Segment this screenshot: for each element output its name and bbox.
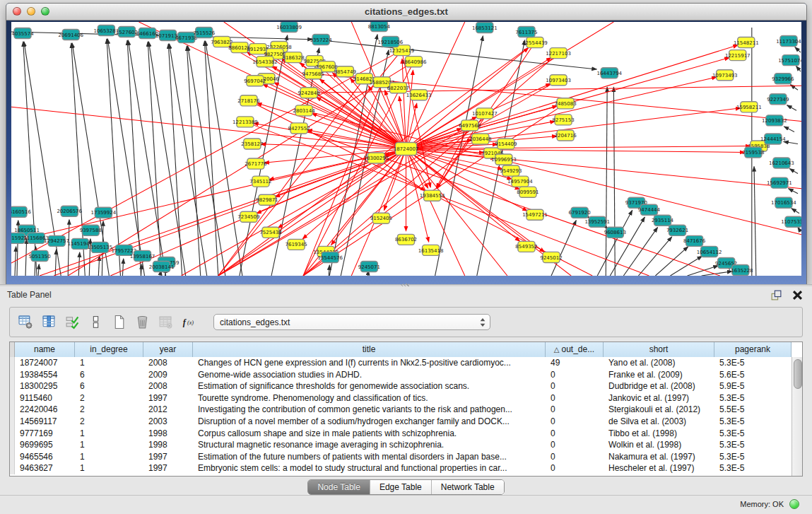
graph-node[interactable]: 8275153: [553, 115, 575, 125]
graph-node[interactable]: 19384554: [420, 190, 445, 201]
graph-node[interactable]: 7234509: [237, 211, 259, 222]
table-row[interactable]: 977716911998Corpus callosum shape and si…: [10, 428, 792, 440]
graph-edge[interactable]: [11, 50, 401, 263]
graph-edge[interactable]: [107, 39, 120, 276]
graph-edge[interactable]: [795, 47, 801, 53]
graph-edge[interactable]: [798, 227, 801, 231]
graph-node[interactable]: 9329966: [772, 74, 794, 84]
graph-edge[interactable]: [551, 221, 576, 276]
graph-edge[interactable]: [613, 87, 615, 276]
graph-node[interactable]: 6497568: [459, 120, 481, 131]
graph-node[interactable]: 13626433: [406, 90, 432, 100]
graph-node[interactable]: 9227349: [767, 94, 789, 105]
graph-node[interactable]: 16443794: [596, 68, 622, 78]
table-select-combobox[interactable]: citations_edges.txt: [213, 314, 490, 330]
graph-node[interactable]: 6791920: [569, 207, 591, 218]
graph-edge[interactable]: [148, 42, 161, 276]
graph-node[interactable]: 10107427: [472, 108, 498, 119]
graph-edge[interactable]: [754, 167, 756, 276]
graph-node[interactable]: 10973493: [712, 70, 738, 81]
scrollbar-thumb[interactable]: [794, 359, 802, 389]
graph-node[interactable]: 14957904: [507, 176, 533, 187]
table-row[interactable]: 946362711997Embryonic stem cells: a mode…: [10, 462, 792, 474]
graph-edge[interactable]: [68, 62, 413, 276]
graph-node[interactable]: 7932621: [666, 225, 688, 235]
column-header-title[interactable]: title: [193, 342, 546, 357]
delete-table-icon[interactable]: [134, 314, 151, 331]
graph-edge[interactable]: [623, 228, 657, 276]
graph-edge[interactable]: [206, 41, 242, 276]
graph-node[interactable]: 13505135: [88, 242, 113, 252]
graph-node[interactable]: 18724007: [394, 142, 419, 155]
graph-node[interactable]: 20691406: [58, 30, 83, 40]
graph-edge[interactable]: [98, 256, 99, 276]
graph-node[interactable]: 1527602: [116, 27, 138, 37]
graph-edge[interactable]: [610, 217, 645, 276]
graph-node[interactable]: 12942757: [44, 235, 69, 246]
graph-node[interactable]: 5051350: [29, 250, 51, 261]
graph-node[interactable]: 9154409: [495, 139, 517, 149]
column-header-name[interactable]: name: [15, 342, 75, 357]
graph-node[interactable]: 8636702: [395, 234, 417, 245]
graph-node[interactable]: 18300295: [364, 153, 389, 163]
graph-edge[interactable]: [789, 169, 798, 174]
graph-node[interactable]: 20206576: [57, 206, 82, 216]
graph-node[interactable]: 12217103: [546, 48, 571, 59]
graph-edge[interactable]: [245, 122, 649, 276]
graph-edge[interactable]: [55, 250, 57, 276]
graph-node[interactable]: 16135418: [418, 245, 444, 255]
graph-node[interactable]: 17359924: [91, 207, 117, 218]
close-window-button[interactable]: [13, 7, 21, 16]
graph-node[interactable]: 7345112: [249, 176, 271, 187]
table-settings-icon[interactable]: [17, 314, 34, 331]
graph-node[interactable]: 2803144: [293, 105, 316, 116]
graph-node[interactable]: 10653287: [94, 25, 119, 36]
new-table-icon[interactable]: [110, 314, 127, 331]
graph-node[interactable]: 2159538: [742, 147, 764, 158]
table-row[interactable]: 1456911722003Disruption of a novel membe…: [10, 416, 792, 428]
graph-node[interactable]: 7619345: [285, 239, 307, 250]
graph-edge[interactable]: [122, 259, 123, 276]
column-header-short[interactable]: short: [604, 342, 714, 357]
graph-node[interactable]: 2935114: [652, 215, 674, 226]
table-row[interactable]: 2242004622012Investigating the contribut…: [10, 404, 792, 416]
graph-edge[interactable]: [406, 108, 740, 149]
graph-node[interactable]: 15958211: [736, 102, 762, 112]
graph-node[interactable]: 2718176: [237, 95, 260, 106]
graph-node[interactable]: 12554439: [522, 37, 548, 48]
graph-edge[interactable]: [791, 85, 798, 90]
tab-network-table[interactable]: Network Table: [431, 480, 504, 494]
graph-node[interactable]: 9608613: [604, 227, 626, 238]
graph-edge[interactable]: [784, 141, 798, 144]
table-row[interactable]: 1872400712008Changes of HCN gene express…: [10, 357, 792, 369]
graph-node[interactable]: 2671776: [245, 158, 267, 169]
graph-node[interactable]: 17016534: [771, 197, 796, 208]
graph-node[interactable]: 2358127: [241, 139, 263, 149]
graph-node[interactable]: 12093832: [762, 115, 787, 126]
graph-node[interactable]: 11548211: [734, 37, 759, 48]
row-height-icon[interactable]: [87, 314, 104, 331]
graph-edge[interactable]: [406, 149, 464, 276]
column-header-year[interactable]: year: [143, 342, 193, 357]
graph-node[interactable]: 9357224: [310, 35, 333, 45]
graph-node[interactable]: 9397588: [80, 225, 102, 235]
graph-node[interactable]: 7611375: [515, 27, 537, 37]
graph-node[interactable]: 7525438: [259, 227, 281, 238]
network-canvas[interactable]: 1872400779638228860128891293523226058982…: [11, 22, 801, 276]
float-panel-icon[interactable]: [770, 289, 782, 301]
graph-node[interactable]: 8471676: [683, 235, 706, 246]
graph-node[interactable]: 2204716: [555, 130, 577, 141]
table-row[interactable]: 911546021997Tourette syndrome. Phenomeno…: [10, 392, 792, 404]
graph-node[interactable]: 10973403: [546, 75, 571, 86]
graph-edge[interactable]: [787, 105, 796, 111]
graph-node[interactable]: 16033809: [276, 22, 302, 33]
graph-node[interactable]: 8427552: [288, 123, 310, 134]
graph-node[interactable]: 10654112: [697, 246, 722, 257]
close-panel-icon[interactable]: [792, 289, 804, 301]
graph-edge[interactable]: [784, 127, 794, 132]
graph-edge[interactable]: [789, 189, 798, 194]
function-builder-icon[interactable]: f(x): [180, 314, 197, 331]
column-header-pagerank[interactable]: pagerank: [714, 342, 792, 357]
graph-node[interactable]: 20038141: [149, 261, 175, 271]
graph-edge[interactable]: [302, 149, 406, 239]
